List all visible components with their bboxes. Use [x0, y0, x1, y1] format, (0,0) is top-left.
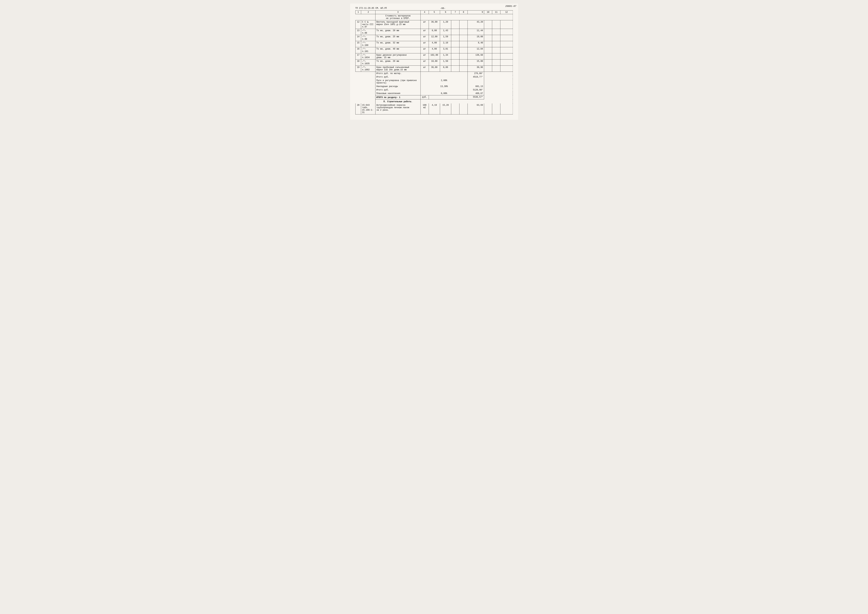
section2-title: П. Строительные работы. — [375, 99, 421, 104]
row-col7 — [451, 20, 459, 29]
row-unit: шт — [420, 20, 429, 29]
row-ref: С С Цчасть-IIIп.97 — [361, 20, 375, 29]
table-row: 18 —″—п.1035 То же, диам. 20 мм шт 10,00… — [355, 59, 513, 66]
table-row: 17 —″—п.1034 Кран двоинои регулировкидиа… — [355, 53, 513, 59]
row-qty: 36,00 — [429, 20, 440, 29]
col-header-3: 3 — [375, 11, 421, 14]
summary-label-1: Итого руб. по матер. — [375, 72, 421, 76]
table-row: 15 —″—п.100 То же, диам. 32 мм шт 4,00 2… — [355, 41, 513, 47]
summary-total-5: 5120,90° — [468, 88, 484, 92]
page: 20881-07 ТП 272-11-29.85 СМ. АЛ.УП -66- … — [350, 3, 518, 120]
col-header-8: 8 — [459, 11, 468, 14]
col-header-2: 2 — [361, 11, 375, 14]
main-table: 1 2 3 4 5 6 7 8 9 10 11 12 Стоимость мат… — [355, 10, 513, 115]
table-row: 19 —″—п.1002 Кран пробковый сальниковыйм… — [355, 66, 513, 72]
page-number: -66- — [440, 7, 445, 9]
col-header-10: 10 — [484, 11, 492, 14]
row-col11 — [492, 20, 501, 29]
row-col8 — [459, 20, 468, 29]
col-header-12: 12 — [501, 11, 513, 14]
summary-label-6: Плановые накопления — [375, 92, 421, 95]
summary-row: Пуск и регулировка (при привязке проекта… — [355, 79, 513, 85]
col-header-11: 11 — [492, 11, 501, 14]
col-header-5: 5 — [429, 11, 440, 14]
total-row: ИТОГО по разделу- 1 руб. 5530,57* — [355, 95, 513, 99]
summary-row: Накладные расходы 13,30% 601,13 — [355, 85, 513, 88]
header: ТП 272-11-29.85 СМ. АЛ.УП -66- — [355, 7, 513, 9]
total-label: ИТОГО по разделу- 1 — [375, 95, 421, 99]
summary-pct-6: 8,00% — [420, 92, 468, 95]
col-header-4: 4 — [420, 11, 429, 14]
summary-label-4: Накладные расходы — [375, 85, 421, 88]
col-header-1: 1 — [355, 11, 361, 14]
summary-total-6: 409,67 — [468, 92, 484, 95]
summary-label-3: Пуск и регулировка (при привязке проекта… — [375, 79, 421, 85]
row-col12 — [501, 20, 513, 29]
col-header-6: 6 — [440, 11, 451, 14]
row-price: 1,20 — [440, 20, 451, 29]
total-value: 5530,57* — [468, 95, 484, 99]
summary-total-4: 601,13 — [468, 85, 484, 88]
header-note: Стоимость материаловне учтенных в ЕРЕР. — [375, 14, 421, 20]
table-row: 13 —″—п.98 То же, диам. 20 мм шт 8,00 1,… — [355, 29, 513, 35]
row-total: 43,20 — [468, 20, 484, 29]
summary-row: Плановые накопления 8,00% 409,67 — [355, 92, 513, 95]
col-header-7: 7 — [451, 11, 459, 14]
summary-row: Итого руб. 5120,90° — [355, 88, 513, 92]
doc-reference: ТП 272-11-29.85 СМ. АЛ.УП — [355, 7, 387, 9]
summary-total-2: 4519,77° — [468, 75, 484, 79]
header-note-row: Стоимость материаловне учтенных в ЕРЕР. — [355, 14, 513, 20]
document-number: 20881-07 — [505, 5, 516, 8]
total-unit: руб. — [420, 95, 429, 99]
summary-pct-4: 13,30% — [420, 85, 468, 88]
table-row: 12 С С Цчасть-IIIп.97 Вентиль проходной … — [355, 20, 513, 29]
summary-row: Итого руб. 4519,77° — [355, 75, 513, 79]
col-header-9: 9 — [468, 11, 484, 14]
summary-pct-3: 2,00% — [420, 79, 468, 85]
table-row: 14 —″—п.99 То же, диам. 25 мм шт 12,00 1… — [355, 35, 513, 41]
summary-label-5: Итого руб. — [375, 88, 421, 92]
row-num: 12 — [355, 20, 361, 29]
section2-header-row: П. Строительные работы. — [355, 99, 513, 104]
summary-total-3 — [468, 79, 484, 85]
row-desc: Вентиль проходной муфтовыймарки 15кч 18П… — [375, 20, 421, 29]
summary-label-2: Итого руб. — [375, 75, 421, 79]
summary-total-1: 276,80° — [468, 72, 484, 76]
table-row: 20 15-643табл.15.166-1-31 Антикоррозийна… — [355, 104, 513, 115]
summary-row: Итого руб. по матер. 276,80° — [355, 72, 513, 76]
row-col10 — [484, 20, 492, 29]
table-row: 16 —″—п.101 То же, диам. 40 мм шт 4,00 3… — [355, 47, 513, 53]
